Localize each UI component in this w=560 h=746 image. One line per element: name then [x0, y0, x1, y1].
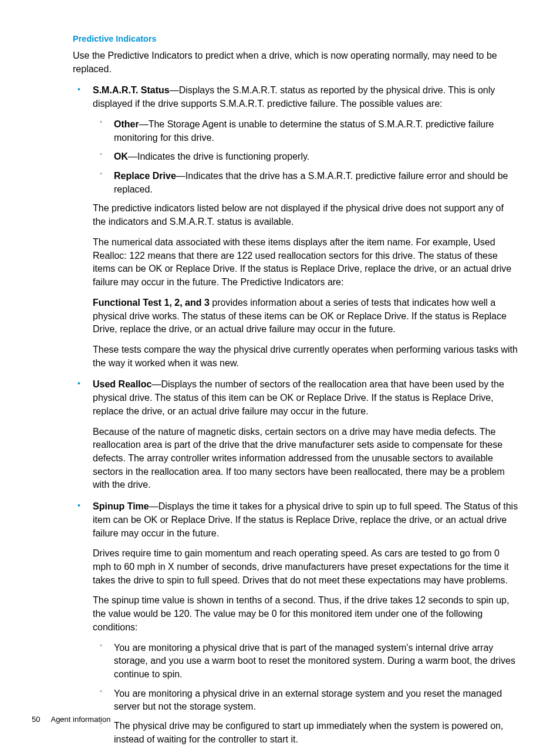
- intro-paragraph: Use the Predictive Indicators to predict…: [73, 49, 519, 76]
- sub-item-text: You are monitoring a physical drive that…: [114, 642, 519, 681]
- sub-item-text: OK—Indicates the drive is functioning pr…: [114, 150, 519, 164]
- sub-item-text: Other—The Storage Agent is unable to det…: [114, 118, 519, 144]
- item-lead: Spinup Time—Displays the time it takes f…: [93, 500, 519, 540]
- sub-term: OK: [114, 151, 128, 161]
- sub-bullet-list: You are monitoring a physical drive that…: [93, 642, 519, 746]
- list-item: Used Realloc—Displays the number of sect…: [73, 378, 519, 492]
- item-term: Used Realloc: [93, 379, 151, 389]
- section-heading: Predictive Indicators: [73, 34, 519, 43]
- sub-list-item: Replace Drive—Indicates that the drive h…: [93, 170, 519, 196]
- footer-section: Agent information: [50, 715, 110, 724]
- sub-desc: —The Storage Agent is unable to determin…: [114, 119, 494, 143]
- sub-list-item: You are monitoring a physical drive that…: [93, 642, 519, 681]
- list-item: S.M.A.R.T. Status—Displays the S.M.A.R.T…: [73, 84, 519, 370]
- sub-item-text: You are monitoring a physical drive in a…: [114, 687, 519, 714]
- item-term: Spinup Time: [93, 501, 149, 511]
- item-paragraph: The numerical data associated with these…: [93, 236, 519, 289]
- item-desc: —Displays the number of sectors of the r…: [93, 379, 504, 416]
- item-paragraph: Functional Test 1, 2, and 3 provides inf…: [93, 296, 519, 336]
- item-paragraph: The spinup time value is shown in tenths…: [93, 594, 519, 634]
- sub-item-text: Replace Drive—Indicates that the drive h…: [114, 170, 519, 196]
- sub-list-item: You are monitoring a physical drive in a…: [93, 687, 519, 714]
- sub-bullet-list: Other—The Storage Agent is unable to det…: [93, 118, 519, 197]
- document-page: Predictive Indicators Use the Predictive…: [0, 0, 560, 746]
- content-wrapper: Predictive Indicators Use the Predictive…: [41, 34, 519, 746]
- item-paragraph: Drives require time to gain momentum and…: [93, 547, 519, 587]
- page-footer: 50Agent information: [32, 715, 110, 724]
- sub-list-item: Other—The Storage Agent is unable to det…: [93, 118, 519, 144]
- sub-list-item: The physical drive may be configured to …: [93, 720, 519, 746]
- sub-desc: —Indicates the drive is functioning prop…: [128, 151, 309, 161]
- sub-term: Other: [114, 119, 139, 129]
- functional-test-term: Functional Test 1, 2, and 3: [93, 298, 210, 308]
- main-bullet-list: S.M.A.R.T. Status—Displays the S.M.A.R.T…: [73, 84, 519, 746]
- item-lead: S.M.A.R.T. Status—Displays the S.M.A.R.T…: [93, 84, 519, 110]
- list-item: Spinup Time—Displays the time it takes f…: [73, 500, 519, 746]
- page-number: 50: [32, 715, 40, 724]
- item-desc: —Displays the time it takes for a physic…: [93, 501, 518, 538]
- item-lead: Used Realloc—Displays the number of sect…: [93, 378, 519, 418]
- sub-term: Replace Drive: [114, 171, 176, 181]
- item-paragraph: The predictive indicators listed below a…: [93, 202, 519, 228]
- item-paragraph: These tests compare the way the physical…: [93, 343, 519, 370]
- sub-item-text: The physical drive may be configured to …: [114, 720, 519, 746]
- item-paragraph: Because of the nature of magnetic disks,…: [93, 426, 519, 492]
- sub-list-item: OK—Indicates the drive is functioning pr…: [93, 150, 519, 164]
- item-term: S.M.A.R.T. Status: [93, 85, 170, 95]
